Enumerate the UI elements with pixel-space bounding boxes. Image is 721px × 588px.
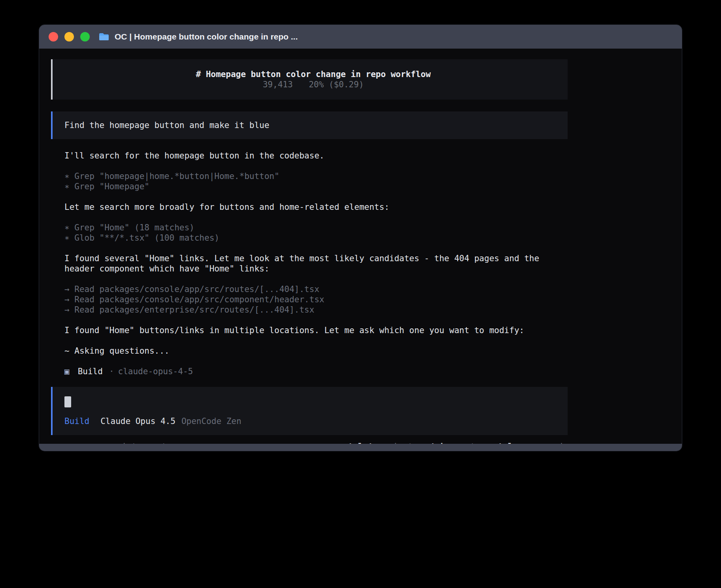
active-agent: Build	[64, 416, 89, 426]
separator-dot: ·	[109, 366, 114, 377]
grep-tool-call: ∗ Grep "Homepage"	[64, 181, 279, 192]
grep-tool-call: ∗ Grep "homepage|home.*button|Home.*butt…	[64, 171, 279, 181]
assistant-response: I'll search for the homepage button in t…	[51, 151, 568, 387]
assistant-text: I found "Home" buttons/links in multiple…	[64, 325, 524, 335]
window-title-group: OC | Homepage button color change in rep…	[98, 32, 298, 41]
assistant-text: Let me search more broadly for buttons a…	[64, 202, 389, 212]
session-stats: 39,413 20% ($0.29)	[263, 79, 364, 90]
input-meta: Build Claude Opus 4.5 OpenCode Zen	[64, 416, 556, 426]
agent-name: Build	[78, 366, 103, 377]
prompt-input[interactable]: Build Claude Opus 4.5 OpenCode Zen	[51, 387, 568, 435]
token-count: 39,413	[263, 80, 293, 89]
assistant-text: I'll search for the homepage button in t…	[64, 151, 324, 161]
status-line: ~ Asking questions...	[64, 346, 170, 356]
read-tool-call: → Read packages/enterprise/src/routes/[.…	[64, 305, 324, 315]
model-provider: OpenCode Zen	[181, 416, 242, 426]
window-bottom-strip	[39, 444, 682, 451]
agent-icon: ▣	[64, 366, 70, 377]
tool-call-group: ∗ Grep "Home" (18 matches) ∗ Glob "**/*.…	[64, 222, 219, 243]
tool-call-group: ∗ Grep "homepage|home.*button|Home.*butt…	[64, 171, 279, 192]
active-model: Claude Opus 4.5	[100, 416, 176, 426]
window-title: OC | Homepage button color change in rep…	[115, 32, 298, 41]
text-cursor	[64, 396, 71, 407]
agent-status-line: ▣ Build · claude-opus-4-5	[64, 366, 193, 377]
read-tool-call: → Read packages/console/app/src/routes/[…	[64, 284, 324, 294]
terminal-window: OC | Homepage button color change in rep…	[39, 25, 682, 451]
minimize-window-button[interactable]	[64, 32, 74, 41]
grep-tool-call: ∗ Grep "Home" (18 matches)	[64, 222, 219, 233]
tool-call-group: → Read packages/console/app/src/routes/[…	[64, 284, 324, 315]
traffic-lights	[49, 32, 90, 41]
assistant-text: I found several "Home" links. Let me loo…	[64, 253, 568, 274]
terminal-content: # Homepage button color change in repo w…	[39, 49, 682, 444]
close-window-button[interactable]	[49, 32, 58, 41]
folder-icon	[98, 32, 109, 41]
session-title: # Homepage button color change in repo w…	[196, 69, 430, 79]
read-tool-call: → Read packages/console/app/src/componen…	[64, 294, 324, 305]
user-message: Find the homepage button and make it blu…	[51, 111, 568, 139]
glob-tool-call: ∗ Glob "**/*.tsx" (100 matches)	[64, 233, 219, 243]
session-header: # Homepage button color change in repo w…	[51, 59, 568, 100]
agent-model: claude-opus-4-5	[118, 366, 193, 377]
user-message-text: Find the homepage button and make it blu…	[64, 120, 556, 130]
window-titlebar: OC | Homepage button color change in rep…	[39, 25, 682, 49]
context-usage: 20% ($0.29)	[309, 80, 364, 89]
zoom-window-button[interactable]	[80, 32, 90, 41]
